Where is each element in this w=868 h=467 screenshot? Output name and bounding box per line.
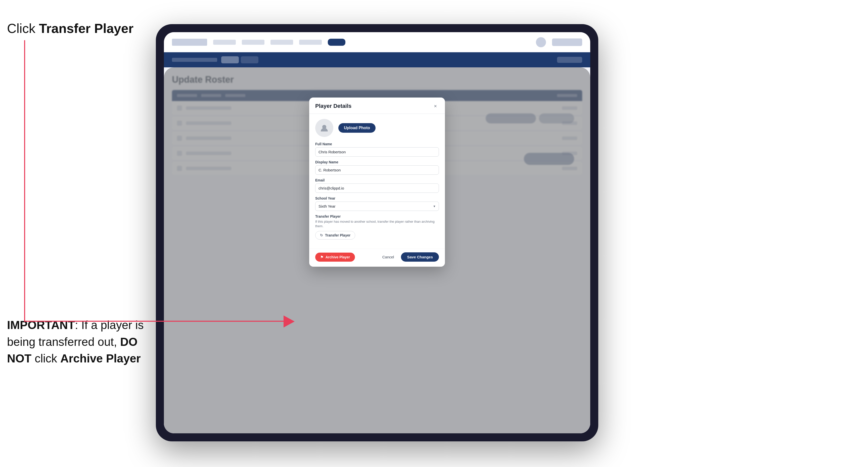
modal-footer: ⚑ Archive Player Cancel Save Changes — [309, 249, 445, 267]
archive-icon: ⚑ — [320, 255, 323, 259]
nav-item-scouting[interactable] — [299, 40, 322, 45]
transfer-section-title: Transfer Player — [315, 214, 439, 218]
email-label: Email — [315, 178, 439, 182]
school-year-label: School Year — [315, 196, 439, 200]
sub-nav-label — [172, 58, 217, 62]
instruction-top: Click Transfer Player — [7, 20, 133, 37]
archive-player-label: Archive Player — [60, 352, 141, 365]
app-navbar — [164, 32, 590, 52]
photo-section: Upload Photo — [315, 119, 439, 137]
transfer-section-description: If this player has moved to another scho… — [315, 219, 439, 228]
transfer-icon: ↻ — [320, 233, 323, 237]
sub-tab-roster[interactable] — [241, 56, 258, 63]
school-year-select[interactable]: First Year Second Year Third Year Fourth… — [315, 201, 439, 211]
app-logo — [172, 39, 207, 46]
nav-avatar — [536, 37, 546, 47]
content-area: Update Roster — [164, 67, 590, 433]
instruction-bottom: IMPORTANT: If a player is being transfer… — [7, 317, 148, 367]
modal-close-button[interactable]: × — [432, 102, 439, 110]
important-label: IMPORTANT — [7, 318, 75, 332]
arrow-head — [284, 315, 294, 328]
arrow-vertical-line — [24, 40, 25, 322]
sub-navbar — [164, 52, 590, 67]
archive-player-label: Archive Player — [326, 255, 350, 259]
tablet-device: Update Roster — [156, 24, 598, 441]
modal-title: Player Details — [315, 103, 351, 109]
archive-player-button[interactable]: ⚑ Archive Player — [315, 253, 355, 262]
instruction-prefix: Click — [7, 21, 39, 36]
save-changes-button[interactable]: Save Changes — [401, 252, 439, 262]
full-name-label: Full Name — [315, 142, 439, 146]
full-name-group: Full Name — [315, 142, 439, 157]
nav-item-dashboard[interactable] — [213, 40, 236, 45]
sub-tab-active[interactable] — [221, 56, 239, 63]
cancel-button[interactable]: Cancel — [378, 252, 398, 262]
player-details-modal: Player Details × — [309, 97, 445, 267]
sub-nav-right — [557, 57, 582, 63]
modal-body: Upload Photo Full Name Display Name — [309, 114, 445, 249]
display-name-input[interactable] — [315, 165, 439, 175]
transfer-player-btn-label: Transfer Player — [325, 233, 350, 237]
nav-action-btn[interactable] — [552, 38, 582, 46]
email-input[interactable] — [315, 184, 439, 193]
display-name-group: Display Name — [315, 160, 439, 175]
modal-overlay: Player Details × — [164, 67, 590, 433]
full-name-input[interactable] — [315, 147, 439, 157]
avatar-placeholder — [315, 119, 333, 137]
upload-photo-button[interactable]: Upload Photo — [338, 123, 376, 133]
display-name-label: Display Name — [315, 160, 439, 164]
instruction-text2: click — [31, 352, 60, 365]
school-year-group: School Year First Year Second Year Third… — [315, 196, 439, 211]
transfer-player-section: Transfer Player If this player has moved… — [315, 214, 439, 240]
nav-item-more[interactable] — [328, 39, 345, 46]
nav-item-teams[interactable] — [242, 40, 265, 45]
tablet-screen: Update Roster — [164, 32, 590, 433]
modal-header: Player Details × — [309, 97, 445, 114]
instruction-bold: Transfer Player — [39, 21, 133, 36]
email-group: Email — [315, 178, 439, 193]
nav-item-seasons[interactable] — [271, 40, 293, 45]
arrow-horizontal-line — [24, 321, 290, 322]
transfer-player-button[interactable]: ↻ Transfer Player — [315, 231, 355, 240]
